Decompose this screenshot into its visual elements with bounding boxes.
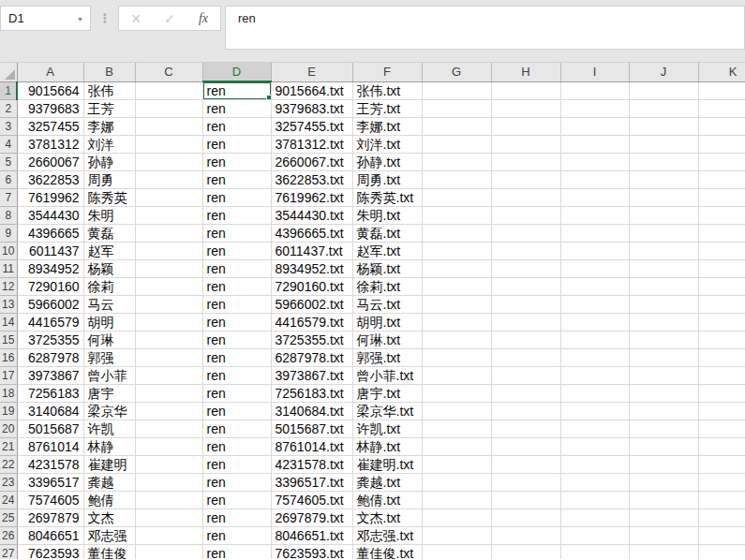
cell-D12[interactable]: ren	[202, 278, 271, 296]
cell-H7[interactable]	[491, 189, 560, 207]
cell-I16[interactable]	[560, 349, 629, 367]
cell-G7[interactable]	[422, 189, 491, 207]
cell-F21[interactable]: 林静.txt	[352, 438, 422, 456]
cell-A16[interactable]: 6287978	[17, 349, 83, 367]
cell-C14[interactable]	[135, 314, 202, 332]
cell-H16[interactable]	[491, 349, 560, 367]
cell-I10[interactable]	[560, 243, 629, 260]
cell-F15[interactable]: 何琳.txt	[352, 332, 422, 349]
cell-F22[interactable]: 崔建明.txt	[352, 456, 422, 474]
row-header-17[interactable]: 17	[0, 367, 17, 385]
cell-J8[interactable]	[629, 207, 698, 225]
row-header-2[interactable]: 2	[0, 100, 17, 118]
cell-B19[interactable]: 梁京华	[83, 403, 135, 420]
column-header-G[interactable]: G	[422, 63, 491, 81]
cell-B8[interactable]: 朱明	[83, 207, 135, 225]
cell-E9[interactable]: 4396665.txt	[271, 225, 352, 243]
cell-B15[interactable]: 何琳	[83, 332, 135, 349]
cell-E2[interactable]: 9379683.txt	[271, 100, 352, 118]
cell-C27[interactable]	[135, 545, 202, 560]
cell-B17[interactable]: 曾小菲	[83, 367, 135, 385]
cell-J17[interactable]	[629, 367, 698, 385]
cell-A7[interactable]: 7619962	[17, 189, 83, 207]
row-header-16[interactable]: 16	[0, 349, 17, 367]
cell-B4[interactable]: 刘洋	[83, 136, 135, 154]
cell-H23[interactable]	[491, 474, 560, 492]
cell-K16[interactable]	[698, 349, 745, 367]
cell-C25[interactable]	[135, 509, 202, 527]
cell-H25[interactable]	[491, 509, 560, 527]
cancel-icon[interactable]: ✕	[119, 11, 153, 26]
cell-B6[interactable]: 周勇	[83, 171, 135, 189]
cell-K6[interactable]	[698, 171, 745, 189]
cell-G19[interactable]	[422, 403, 491, 420]
cell-B9[interactable]: 黄磊	[83, 225, 135, 243]
cell-C3[interactable]	[135, 118, 202, 136]
cell-K20[interactable]	[698, 420, 745, 438]
cell-G21[interactable]	[422, 438, 491, 456]
cell-K18[interactable]	[698, 385, 745, 403]
cell-K21[interactable]	[698, 438, 745, 456]
cell-F8[interactable]: 朱明.txt	[352, 207, 422, 225]
cell-F17[interactable]: 曾小菲.txt	[352, 367, 422, 385]
select-all-corner[interactable]	[0, 63, 17, 81]
cell-I11[interactable]	[560, 260, 629, 278]
cell-G13[interactable]	[422, 296, 491, 314]
cell-H11[interactable]	[491, 260, 560, 278]
cell-J22[interactable]	[629, 456, 698, 474]
cell-K14[interactable]	[698, 314, 745, 332]
row-header-12[interactable]: 12	[0, 278, 17, 296]
cell-E1[interactable]: 9015664.txt	[271, 81, 352, 100]
cell-B26[interactable]: 邓志强	[83, 527, 135, 545]
cell-F20[interactable]: 许凯.txt	[352, 420, 422, 438]
cell-I1[interactable]	[560, 81, 629, 100]
cell-J13[interactable]	[629, 296, 698, 314]
cell-I19[interactable]	[560, 403, 629, 420]
cell-F19[interactable]: 梁京华.txt	[352, 403, 422, 420]
cell-F9[interactable]: 黄磊.txt	[352, 225, 422, 243]
cell-C9[interactable]	[135, 225, 202, 243]
row-header-19[interactable]: 19	[0, 403, 17, 420]
cell-F11[interactable]: 杨颖.txt	[352, 260, 422, 278]
cell-D3[interactable]: ren	[202, 118, 271, 136]
cell-H27[interactable]	[491, 545, 560, 560]
cell-D9[interactable]: ren	[202, 225, 271, 243]
cell-A8[interactable]: 3544430	[17, 207, 83, 225]
cell-G22[interactable]	[422, 456, 491, 474]
cell-F27[interactable]: 董佳俊.txt	[352, 545, 422, 560]
cell-K25[interactable]	[698, 509, 745, 527]
cell-H10[interactable]	[491, 243, 560, 260]
cell-F2[interactable]: 王芳.txt	[352, 100, 422, 118]
cell-G8[interactable]	[422, 207, 491, 225]
cell-A23[interactable]: 3396517	[17, 474, 83, 492]
cell-B2[interactable]: 王芳	[83, 100, 135, 118]
column-header-F[interactable]: F	[352, 63, 422, 81]
cell-A25[interactable]: 2697879	[17, 509, 83, 527]
cell-K10[interactable]	[698, 243, 745, 260]
cell-I4[interactable]	[560, 136, 629, 154]
cell-B14[interactable]: 胡明	[83, 314, 135, 332]
cell-I18[interactable]	[560, 385, 629, 403]
cell-B13[interactable]: 马云	[83, 296, 135, 314]
cell-D15[interactable]: ren	[202, 332, 271, 349]
cell-D17[interactable]: ren	[202, 367, 271, 385]
cell-E23[interactable]: 3396517.txt	[271, 474, 352, 492]
cell-J23[interactable]	[629, 474, 698, 492]
cell-G15[interactable]	[422, 332, 491, 349]
cell-G16[interactable]	[422, 349, 491, 367]
cell-G24[interactable]	[422, 492, 491, 509]
cell-E20[interactable]: 5015687.txt	[271, 420, 352, 438]
cell-J1[interactable]	[629, 81, 698, 100]
cell-E12[interactable]: 7290160.txt	[271, 278, 352, 296]
column-header-A[interactable]: A	[17, 63, 83, 81]
row-header-6[interactable]: 6	[0, 171, 17, 189]
row-header-14[interactable]: 14	[0, 314, 17, 332]
cell-G18[interactable]	[422, 385, 491, 403]
cell-I26[interactable]	[560, 527, 629, 545]
cell-K1[interactable]	[698, 81, 745, 100]
column-header-D[interactable]: D	[202, 63, 271, 81]
cell-E22[interactable]: 4231578.txt	[271, 456, 352, 474]
cell-G12[interactable]	[422, 278, 491, 296]
cell-D13[interactable]: ren	[202, 296, 271, 314]
row-header-21[interactable]: 21	[0, 438, 17, 456]
